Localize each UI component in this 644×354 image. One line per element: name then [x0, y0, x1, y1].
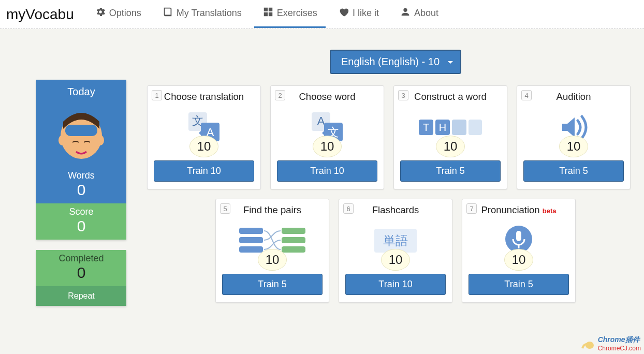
- train-button[interactable]: Train 10: [345, 274, 446, 295]
- watermark: Chrome插件 ChromeCJ.com: [580, 335, 641, 352]
- translate-icon: 文 A 10: [154, 107, 254, 148]
- main: Today Words 0 Score 0: [0, 29, 644, 306]
- svg-rect-21: [282, 228, 305, 234]
- score-value: 0: [36, 217, 126, 234]
- count-badge: 10: [189, 136, 218, 157]
- watermark-url: ChromeCJ.com: [598, 345, 641, 352]
- nav-exercises[interactable]: Exercises: [254, 1, 326, 28]
- nav-label: About: [414, 8, 438, 19]
- svg-rect-16: [452, 120, 466, 135]
- card-flashcards: 6 Flashcards 単語 10 Train 10: [339, 199, 452, 303]
- count-badge: 10: [559, 136, 588, 157]
- card-choose-word: 2 Choose word A 文 10 Train 10: [270, 85, 384, 189]
- card-number: 6: [343, 203, 354, 214]
- card-title: Choose translation: [154, 91, 254, 102]
- card-number: 3: [398, 90, 408, 100]
- card-number: 1: [152, 90, 162, 100]
- svg-rect-23: [282, 246, 305, 253]
- words-section: Words 0: [36, 167, 126, 203]
- svg-text:H: H: [439, 122, 446, 133]
- nav-label: Options: [109, 8, 141, 19]
- nav-about[interactable]: About: [391, 1, 447, 28]
- sidebar: Today Words 0 Score 0: [36, 80, 126, 306]
- nav-label: I like it: [353, 8, 379, 19]
- card-title: Construct a word: [400, 91, 501, 102]
- train-button[interactable]: Train 5: [400, 160, 501, 182]
- language-selector[interactable]: English (English) - 10: [330, 50, 461, 74]
- word-icon: A 文 10: [277, 107, 377, 148]
- exercise-row-1: 1 Choose translation 文 A 10 Train 10 2: [147, 85, 644, 189]
- svg-rect-20: [239, 246, 263, 253]
- language-label: English (English) - 10: [341, 56, 440, 67]
- watermark-title: Chrome插件: [598, 335, 641, 345]
- svg-point-2: [58, 135, 66, 145]
- heart-icon: [338, 6, 349, 20]
- svg-point-3: [97, 135, 104, 145]
- grid-icon: [262, 6, 274, 20]
- svg-rect-22: [282, 237, 305, 243]
- nav-options[interactable]: Options: [86, 1, 150, 28]
- speaker-icon: 10: [523, 107, 624, 148]
- train-button[interactable]: Train 5: [469, 274, 569, 295]
- nav-label: My Translations: [177, 8, 242, 19]
- nav-label: Exercises: [277, 8, 317, 19]
- svg-text:単語: 単語: [383, 233, 408, 247]
- words-value: 0: [36, 181, 126, 198]
- microphone-icon: 10: [469, 220, 569, 261]
- words-label: Words: [36, 170, 126, 181]
- nav-translations[interactable]: My Translations: [154, 1, 250, 28]
- card-pronunciation: 7 Pronunciation beta 10 Train 5: [462, 199, 576, 303]
- today-card: Today Words 0 Score 0: [36, 80, 126, 240]
- count-badge: 10: [381, 249, 410, 271]
- score-section: Score 0: [36, 203, 126, 240]
- card-title: Choose word: [277, 91, 377, 102]
- repeat-button[interactable]: Repeat: [36, 286, 126, 306]
- nav-like[interactable]: I like it: [330, 1, 387, 28]
- train-button[interactable]: Train 10: [277, 160, 377, 182]
- card-title: Audition: [523, 91, 624, 102]
- svg-rect-18: [239, 228, 263, 234]
- svg-rect-27: [516, 231, 521, 241]
- count-badge: 10: [504, 249, 533, 271]
- svg-rect-1: [65, 125, 97, 136]
- train-button[interactable]: Train 10: [154, 160, 254, 182]
- avatar-icon: [36, 102, 126, 167]
- train-button[interactable]: Train 5: [523, 160, 624, 182]
- card-number: 4: [521, 90, 532, 100]
- completed-section: Completed 0: [36, 250, 126, 286]
- card-title-text: Pronunciation: [481, 204, 539, 215]
- today-heading: Today: [36, 80, 126, 102]
- nav: Options My Translations Exercises I like…: [86, 1, 638, 28]
- card-choose-translation: 1 Choose translation 文 A 10 Train 10: [147, 85, 261, 189]
- count-badge: 10: [258, 249, 287, 271]
- completed-card: Completed 0 Repeat: [36, 250, 126, 306]
- pairs-icon: 10: [222, 220, 323, 261]
- exercise-row-2: 5 Find the pairs 10: [147, 199, 644, 303]
- card-title: Pronunciation beta: [469, 204, 569, 216]
- train-button[interactable]: Train 5: [222, 274, 323, 295]
- card-construct-word: 3 Construct a word T H 10 Train 5: [393, 85, 507, 189]
- card-find-pairs: 5 Find the pairs 10: [215, 199, 329, 303]
- construct-icon: T H 10: [400, 107, 501, 148]
- person-icon: [400, 6, 411, 20]
- repeat-label: Repeat: [68, 291, 95, 300]
- beta-badge: beta: [543, 207, 557, 215]
- score-label: Score: [36, 207, 126, 217]
- count-badge: 10: [313, 136, 342, 157]
- card-number: 7: [466, 203, 477, 214]
- card-title: Find the pairs: [222, 204, 323, 216]
- card-number: 2: [275, 90, 285, 100]
- svg-text:T: T: [423, 122, 429, 133]
- card-title: Flashcards: [345, 204, 446, 216]
- count-badge: 10: [436, 136, 465, 157]
- card-number: 5: [220, 203, 230, 214]
- header: myVocabu Options My Translations Exercis…: [0, 0, 644, 29]
- content: English (English) - 10 1 Choose translat…: [147, 50, 644, 306]
- gear-icon: [95, 6, 106, 20]
- svg-rect-19: [239, 237, 263, 243]
- completed-value: 0: [36, 264, 126, 281]
- snail-icon: [580, 338, 595, 349]
- svg-text:A: A: [317, 114, 325, 127]
- flashcard-icon: 単語 10: [345, 220, 446, 261]
- book-icon: [162, 6, 173, 20]
